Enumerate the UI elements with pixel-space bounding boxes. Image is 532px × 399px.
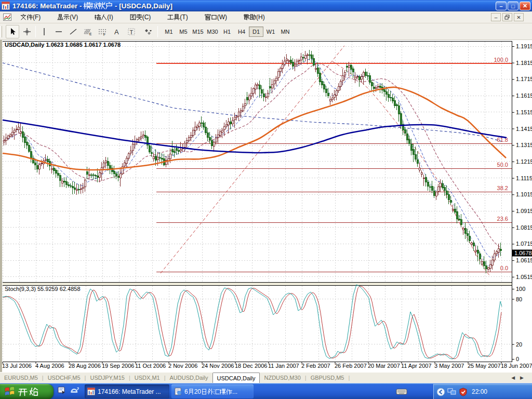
svg-text:1.1715: 1.1715 bbox=[516, 76, 532, 82]
svg-text:2 Feb 2007: 2 Feb 2007 bbox=[301, 363, 330, 369]
svg-text:F: F bbox=[103, 33, 105, 36]
svg-text:1.1215: 1.1215 bbox=[516, 158, 532, 165]
svg-text:USDCAD,Daily 1.0623 1.0685 1.: USDCAD,Daily 1.0623 1.0685 1.0617 1.0678 bbox=[5, 42, 121, 48]
svg-text:1.1315: 1.1315 bbox=[516, 142, 532, 148]
svg-text:1.0678: 1.0678 bbox=[514, 250, 532, 256]
svg-text:38.2: 38.2 bbox=[497, 185, 508, 191]
svg-text:25 May 2007: 25 May 2007 bbox=[468, 363, 501, 369]
svg-text:0.0: 0.0 bbox=[500, 265, 508, 271]
svg-text:T: T bbox=[130, 29, 134, 35]
svg-text:11 Apr 2007: 11 Apr 2007 bbox=[401, 363, 432, 369]
svg-text:18 Jun 2007: 18 Jun 2007 bbox=[501, 363, 532, 369]
svg-text:26 Feb 2007: 26 Feb 2007 bbox=[335, 363, 367, 369]
svg-text:1.0715: 1.0715 bbox=[516, 241, 532, 247]
svg-text:E: E bbox=[89, 32, 92, 36]
svg-text:20 Mar 2007: 20 Mar 2007 bbox=[368, 363, 400, 369]
svg-text:11 Jan 2007: 11 Jan 2007 bbox=[268, 363, 299, 369]
svg-text:3 May 2007: 3 May 2007 bbox=[434, 363, 464, 369]
svg-text:1.1615: 1.1615 bbox=[516, 92, 532, 99]
svg-text:1.0915: 1.0915 bbox=[516, 208, 532, 214]
svg-text:23.6: 23.6 bbox=[497, 216, 508, 222]
svg-text:100.0: 100.0 bbox=[494, 57, 508, 63]
svg-text:50.0: 50.0 bbox=[497, 162, 508, 168]
svg-text:4 Aug 2006: 4 Aug 2006 bbox=[35, 363, 64, 369]
svg-text:1.1015: 1.1015 bbox=[516, 191, 532, 197]
svg-text:13 Jul 2006: 13 Jul 2006 bbox=[2, 363, 32, 369]
svg-text:1.1515: 1.1515 bbox=[516, 109, 532, 115]
svg-text:24 Nov 2006: 24 Nov 2006 bbox=[202, 363, 234, 369]
svg-text:19 Sep 2006: 19 Sep 2006 bbox=[102, 363, 134, 369]
svg-text:1.1415: 1.1415 bbox=[516, 126, 532, 132]
svg-text:1.0815: 1.0815 bbox=[516, 224, 532, 231]
svg-text:2 Nov 2006: 2 Nov 2006 bbox=[168, 363, 197, 369]
svg-text:1.0515: 1.0515 bbox=[516, 274, 532, 280]
svg-text:80: 80 bbox=[516, 296, 522, 302]
svg-text:Stoch(9,3,3) 55.9259 62.4858: Stoch(9,3,3) 55.9259 62.4858 bbox=[5, 286, 81, 292]
svg-text:1.0615: 1.0615 bbox=[516, 257, 532, 263]
svg-text:1.1815: 1.1815 bbox=[516, 60, 532, 66]
svg-text:20: 20 bbox=[516, 341, 522, 348]
svg-text:1.1915: 1.1915 bbox=[516, 43, 532, 49]
svg-text:A: A bbox=[114, 28, 119, 36]
svg-text:100: 100 bbox=[516, 286, 525, 292]
svg-text:0: 0 bbox=[516, 356, 519, 362]
svg-text:18 Dec 2006: 18 Dec 2006 bbox=[235, 363, 267, 369]
svg-text:11 Oct 2006: 11 Oct 2006 bbox=[135, 363, 166, 369]
svg-text:1.1115: 1.1115 bbox=[516, 175, 532, 181]
svg-text:28 Aug 2006: 28 Aug 2006 bbox=[69, 363, 101, 369]
